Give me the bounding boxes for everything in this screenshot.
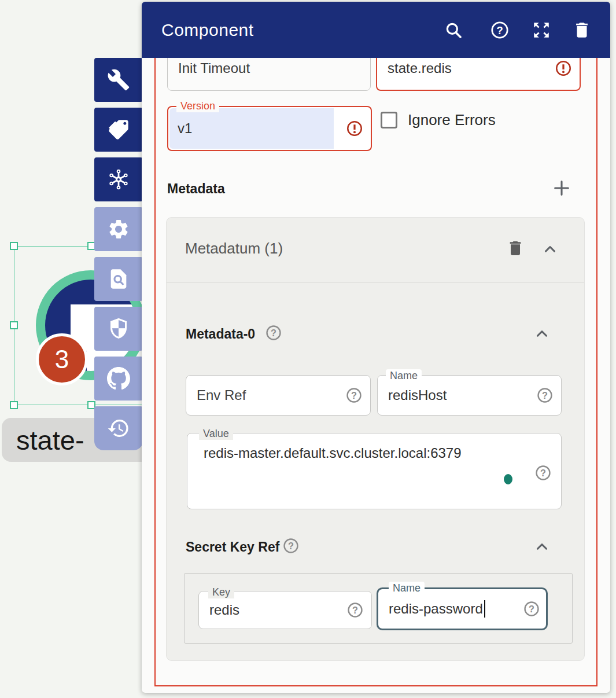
metadata-name-label: Name (386, 369, 422, 382)
expand-icon (532, 20, 551, 40)
svg-text:?: ? (496, 24, 503, 36)
help-button[interactable]: ? (489, 19, 511, 41)
search-button[interactable] (442, 19, 464, 41)
version-label: Version (176, 100, 219, 112)
gear-icon (107, 218, 130, 241)
selection-handle[interactable] (10, 242, 18, 250)
hub-icon (107, 168, 130, 191)
search-icon (444, 20, 463, 40)
wrench-icon (107, 68, 130, 91)
tag-icon (107, 118, 130, 141)
component-properties-panel: Init Timeout state.redis Version v1 Igno… (142, 2, 610, 693)
shield-icon (107, 317, 130, 340)
secret-name-label: Name (389, 582, 425, 594)
toolbar-history-button[interactable] (94, 406, 143, 450)
selection-handle[interactable] (10, 401, 18, 409)
history-icon (107, 417, 130, 440)
toolbar-settings-button[interactable] (94, 207, 143, 251)
toolbar-connections-button[interactable] (94, 157, 143, 201)
trash-icon (572, 20, 592, 40)
toolbar-github-button[interactable] (94, 357, 143, 401)
help-icon: ? (490, 20, 510, 40)
toolbar-labels-button[interactable] (94, 108, 143, 152)
selection-handle[interactable] (10, 321, 18, 329)
expand-button[interactable] (530, 19, 552, 41)
toolbar-inspect-button[interactable] (94, 257, 143, 301)
panel-title: Component (161, 20, 254, 40)
toolbar-configure-button[interactable] (94, 58, 143, 102)
metadata-value-label: Value (199, 427, 233, 440)
secret-key-label: Key (208, 586, 234, 598)
doc-search-icon (107, 267, 130, 291)
delete-component-button[interactable] (571, 19, 593, 41)
node-label-text: state- (2, 424, 84, 456)
github-icon (107, 367, 130, 390)
toolbar-security-button[interactable] (94, 307, 143, 351)
